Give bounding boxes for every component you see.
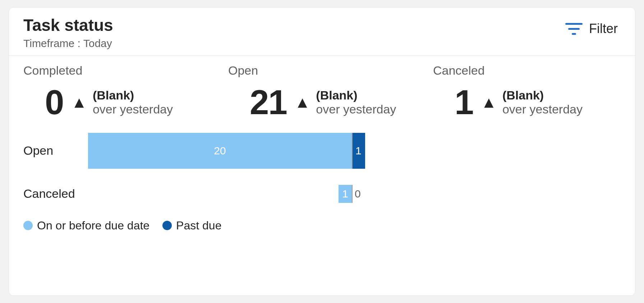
- metric-label: Completed: [23, 64, 211, 78]
- legend-item-past-due: Past due: [162, 219, 221, 232]
- task-status-card: Task status Timeframe : Today Filter Com…: [9, 7, 635, 296]
- chart-divider-line: [352, 185, 353, 203]
- metric-trend: ▲ (Blank) over yesterday: [481, 88, 583, 116]
- svg-rect-2: [572, 33, 576, 35]
- metric-value: 0: [45, 83, 63, 122]
- trend-caption: over yesterday: [502, 102, 583, 116]
- metric-label: Canceled: [433, 64, 621, 78]
- legend-swatch-icon: [23, 221, 33, 230]
- card-title: Task status: [23, 16, 113, 34]
- task-status-chart: Open 201 Canceled 10: [9, 126, 635, 217]
- svg-rect-1: [568, 28, 580, 30]
- chart-category-label: Canceled: [23, 187, 88, 201]
- trend-up-icon: ▲: [295, 94, 310, 110]
- trend-up-icon: ▲: [481, 94, 497, 110]
- chart-category-label: Open: [23, 144, 88, 158]
- metric-trend: ▲ (Blank) over yesterday: [295, 88, 396, 116]
- metric-canceled: Canceled 1 ▲ (Blank) over yesterday: [433, 64, 621, 122]
- chart-bars[interactable]: 10: [88, 176, 621, 212]
- trend-caption: over yesterday: [316, 102, 396, 116]
- card-header: Task status Timeframe : Today Filter: [9, 8, 635, 56]
- chart-divider-line: [352, 133, 353, 169]
- trend-delta: (Blank): [502, 88, 583, 102]
- filter-icon: [565, 22, 583, 35]
- metric-trend: ▲ (Blank) over yesterday: [71, 88, 173, 116]
- filter-label: Filter: [589, 21, 618, 36]
- card-title-block: Task status Timeframe : Today: [23, 16, 113, 50]
- metric-open: Open 21 ▲ (Blank) over yesterday: [228, 64, 416, 122]
- legend-item-on-or-before: On or before due date: [23, 219, 150, 232]
- bar-past-due[interactable]: 1: [352, 133, 365, 169]
- legend-label: On or before due date: [37, 219, 150, 232]
- trend-caption: over yesterday: [93, 102, 173, 116]
- legend-label: Past due: [176, 219, 221, 232]
- metric-completed: Completed 0 ▲ (Blank) over yesterday: [23, 64, 211, 122]
- metric-label: Open: [228, 64, 416, 78]
- chart-row-open: Open 201: [23, 129, 621, 172]
- trend-delta: (Blank): [316, 88, 396, 102]
- svg-rect-0: [565, 23, 583, 25]
- bar-past-due[interactable]: 0: [352, 185, 368, 203]
- card-subtitle: Timeframe : Today: [23, 37, 113, 50]
- chart-row-canceled: Canceled 10: [23, 172, 621, 215]
- metric-value: 1: [455, 83, 473, 122]
- metric-value: 21: [250, 83, 287, 122]
- trend-delta: (Blank): [93, 88, 173, 102]
- chart-legend: On or before due date Past due: [9, 217, 635, 239]
- chart-bars[interactable]: 201: [88, 133, 621, 169]
- filter-button[interactable]: Filter: [562, 18, 621, 39]
- bar-on-or-before[interactable]: 1: [339, 185, 352, 203]
- bar-on-or-before[interactable]: 20: [88, 133, 352, 169]
- legend-swatch-icon: [162, 221, 172, 230]
- metrics-row: Completed 0 ▲ (Blank) over yesterday Ope…: [9, 56, 635, 126]
- trend-up-icon: ▲: [71, 94, 87, 110]
